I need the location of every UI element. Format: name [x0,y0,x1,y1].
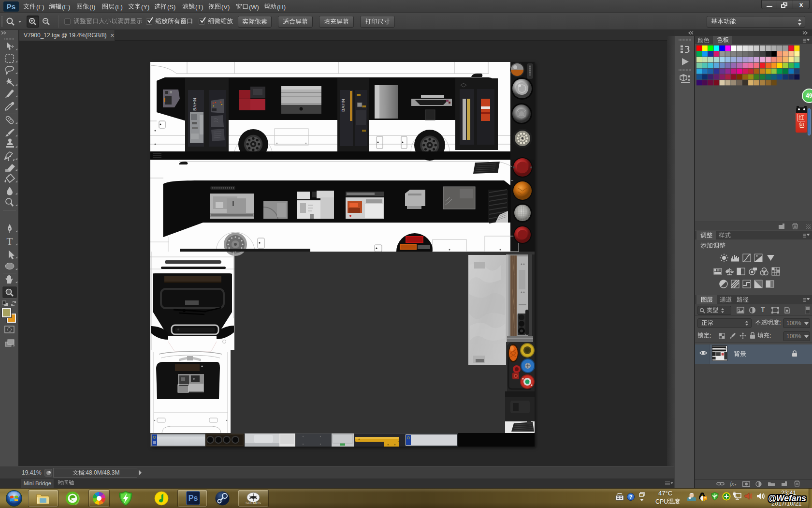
svg-text:T: T [7,236,13,247]
svg-text:BAHN: BAHN [341,99,346,112]
svg-text:SOLARIS: SOLARIS [246,501,261,505]
svg-text:BAHN: BAHN [192,98,197,111]
